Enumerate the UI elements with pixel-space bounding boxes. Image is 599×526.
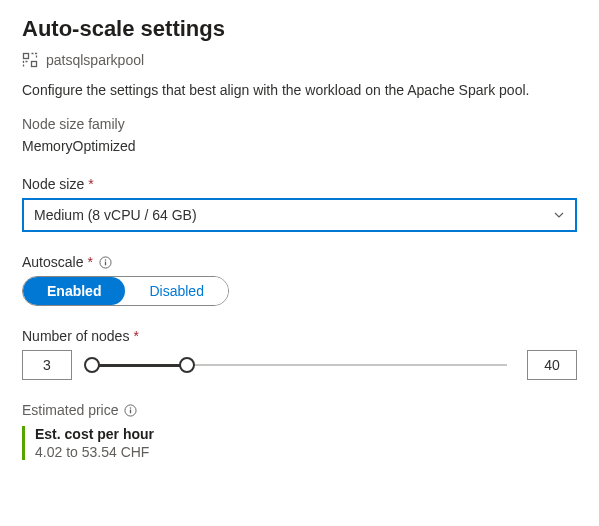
slider-thumb-min[interactable] xyxy=(84,357,100,373)
autoscale-disabled-button[interactable]: Disabled xyxy=(125,277,227,305)
chevron-down-icon xyxy=(553,209,565,221)
est-cost-value: 4.02 to 53.54 CHF xyxy=(35,444,577,460)
node-size-family-value: MemoryOptimized xyxy=(22,138,577,154)
svg-point-6 xyxy=(130,407,131,408)
nodes-min-input[interactable] xyxy=(22,350,72,380)
svg-rect-0 xyxy=(24,54,29,59)
node-size-family-label: Node size family xyxy=(22,116,577,132)
required-asterisk: * xyxy=(88,176,93,192)
autoscale-label: Autoscale* xyxy=(22,254,577,270)
description: Configure the settings that best align w… xyxy=(22,82,577,98)
nodes-slider[interactable] xyxy=(84,355,515,375)
estimated-price-section: Estimated price Est. cost per hour 4.02 … xyxy=(22,402,577,460)
nodes-row xyxy=(22,350,577,380)
slider-thumb-max[interactable] xyxy=(179,357,195,373)
node-size-selected: Medium (8 vCPU / 64 GB) xyxy=(34,207,197,223)
svg-rect-1 xyxy=(32,62,37,67)
slider-fill xyxy=(92,364,187,367)
node-size-dropdown[interactable]: Medium (8 vCPU / 64 GB) xyxy=(22,198,577,232)
nodes-max-input[interactable] xyxy=(527,350,577,380)
autoscale-toggle[interactable]: Enabled Disabled xyxy=(22,276,229,306)
svg-rect-7 xyxy=(130,409,131,413)
node-size-label: Node size* xyxy=(22,176,577,192)
estimated-price-box: Est. cost per hour 4.02 to 53.54 CHF xyxy=(22,426,577,460)
estimated-price-label: Estimated price xyxy=(22,402,577,418)
spark-pool-icon xyxy=(22,52,38,68)
required-asterisk: * xyxy=(87,254,92,270)
svg-point-3 xyxy=(105,259,106,260)
required-asterisk: * xyxy=(133,328,138,344)
info-icon[interactable] xyxy=(99,256,112,269)
page-title: Auto-scale settings xyxy=(22,16,577,42)
info-icon[interactable] xyxy=(124,404,137,417)
est-cost-title: Est. cost per hour xyxy=(35,426,577,442)
pool-row: patsqlsparkpool xyxy=(22,52,577,68)
svg-rect-4 xyxy=(105,261,106,265)
pool-name: patsqlsparkpool xyxy=(46,52,144,68)
autoscale-enabled-button[interactable]: Enabled xyxy=(23,277,125,305)
nodes-label: Number of nodes* xyxy=(22,328,577,344)
